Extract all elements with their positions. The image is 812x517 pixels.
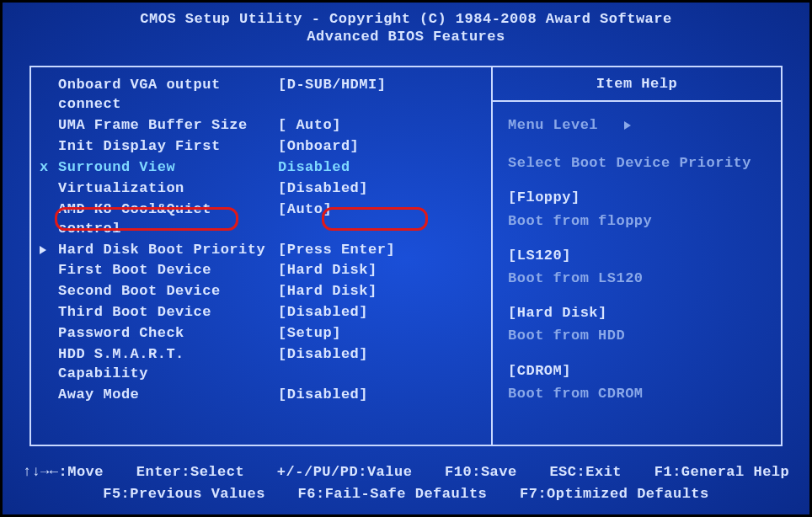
help-body: Menu Level Select Boot Device Priority [… [493,102,781,429]
menu-item[interactable]: First Boot Device[Hard Disk] [38,261,484,280]
help-option: [LS120]Boot from LS120 [508,244,766,290]
menu-item-value: [Onboard] [278,137,359,157]
hint-help: F1:General Help [654,461,790,483]
menu-item-value: [Disabled] [278,386,368,405]
menu-item[interactable]: UMA Frame Buffer Size[ Auto] [38,116,484,136]
help-title: Item Help [493,67,781,102]
help-option-title: [Hard Disk] [508,301,766,324]
menu-item[interactable]: Virtualization[Disabled] [38,179,484,199]
menu-item-label: Password Check [38,324,278,344]
footer-line2: F5:Previous Values F6:Fail-Safe Defaults… [3,483,809,505]
menu-item-label: UMA Frame Buffer Size [38,116,278,136]
help-option-desc: Boot from HDD [508,324,766,347]
copyright-line: CMOS Setup Utility - Copyright (C) 1984-… [3,11,809,27]
menu-item-value: [Disabled] [278,179,368,199]
menu-item-value: [D-SUB/HDMI] [278,76,386,115]
menu-item-value: [Press Enter] [278,241,395,260]
menu-item-value: Disabled [278,158,350,178]
menu-item-label: AMD K8 Cool&Quiet control [38,200,278,239]
help-option: [Floppy]Boot from floppy [508,186,766,232]
help-description: Select Boot Device Priority [508,152,766,174]
hint-exit: ESC:Exit [549,461,622,483]
menu-item[interactable]: Third Boot Device[Disabled] [38,303,484,322]
help-option-desc: Boot from CDROM [508,382,766,405]
menu-item-label: Init Display First [38,137,278,157]
menu-item-label: Hard Disk Boot Priority [38,241,278,260]
hint-save: F10:Save [445,461,517,483]
menu-item[interactable]: Onboard VGA output connect[D-SUB/HDMI] [38,76,484,115]
help-option-desc: Boot from LS120 [508,267,766,290]
hint-move: ↑↓→←:Move [23,461,104,483]
hint-select: Enter:Select [136,461,244,483]
menu-item[interactable]: Init Display First[Onboard] [38,137,484,157]
disabled-marker-icon: x [40,158,49,178]
menu-item-value: [ Auto] [278,116,341,136]
menu-item-label: Away Mode [38,386,278,405]
menu-item-value: [Disabled] [278,303,368,322]
help-option-title: [CDROM] [508,360,766,382]
help-option-title: [LS120] [508,244,766,267]
footer-hints: ↑↓→←:Move Enter:Select +/-/PU/PD:Value F… [3,461,809,504]
main-frame: Onboard VGA output connect[D-SUB/HDMI]UM… [29,66,783,446]
hint-prev: F5:Previous Values [103,483,265,505]
menu-item-label: Third Boot Device [38,303,278,322]
menu-item-value: [Hard Disk] [278,261,377,280]
hint-value: +/-/PU/PD:Value [277,461,413,483]
help-option-title: [Floppy] [508,186,766,209]
menu-item-value: [Auto] [278,200,332,239]
menu-item-label: Virtualization [38,179,278,199]
bios-header: CMOS Setup Utility - Copyright (C) 1984-… [3,3,809,51]
menu-item[interactable]: Hard Disk Boot Priority[Press Enter] [38,241,484,260]
menu-level: Menu Level [508,114,766,136]
page-title: Advanced BIOS Features [3,29,809,45]
menu-item-label: First Boot Device [38,261,278,280]
menu-item[interactable]: Second Boot Device[Hard Disk] [38,282,484,301]
hint-failsafe: F6:Fail-Safe Defaults [298,483,488,505]
menu-item-label: HDD S.M.A.R.T. Capability [38,345,278,384]
menu-item-label: Surround View [38,158,278,178]
help-panel: Item Help Menu Level Select Boot Device … [493,67,781,445]
menu-item-label: Second Boot Device [38,282,278,301]
menu-item[interactable]: AMD K8 Cool&Quiet control[Auto] [38,200,484,239]
menu-item[interactable]: Password Check[Setup] [38,324,484,344]
help-option: [Hard Disk]Boot from HDD [508,301,766,347]
menu-item-label: Onboard VGA output connect [38,76,278,115]
settings-panel: Onboard VGA output connect[D-SUB/HDMI]UM… [31,67,493,445]
help-option: [CDROM]Boot from CDROM [508,360,766,405]
footer-line1: ↑↓→←:Move Enter:Select +/-/PU/PD:Value F… [3,461,809,483]
menu-item-value: [Disabled] [278,345,368,384]
menu-item[interactable]: Away Mode[Disabled] [38,386,484,405]
menu-item[interactable]: HDD S.M.A.R.T. Capability[Disabled] [38,345,484,384]
submenu-arrow-icon [40,246,46,254]
menu-item[interactable]: xSurround View Disabled [38,158,484,178]
hint-optimized: F7:Optimized Defaults [520,483,709,505]
menu-item-value: [Setup] [278,324,341,344]
help-option-desc: Boot from floppy [508,210,766,232]
arrow-right-icon [624,121,631,130]
menu-item-value: [Hard Disk] [278,282,377,301]
